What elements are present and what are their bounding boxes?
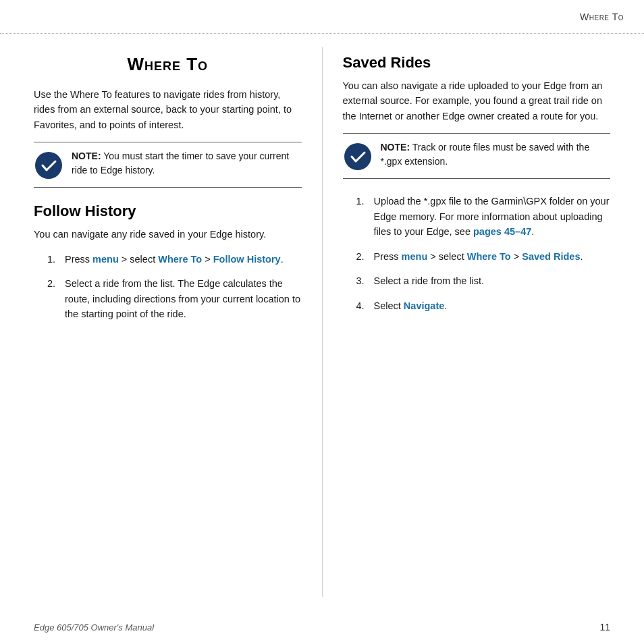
list-item: 4. Select Navigate. (356, 298, 611, 313)
note-content-2: Track or route files must be saved with … (381, 142, 590, 167)
pages-link: pages 45–47 (473, 226, 531, 237)
note-bold-2: NOTE: (381, 142, 410, 153)
step-content: Select Navigate. (374, 298, 611, 313)
follow-history-title: Follow History (34, 203, 302, 220)
note-icon-1 (34, 151, 63, 180)
list-item: 3. Select a ride from the list. (356, 273, 611, 288)
note-box-1: NOTE: You must start the timer to save y… (34, 142, 302, 188)
page-footer: Edge 605/705 Owner's Manual 11 (0, 610, 644, 644)
intro-paragraph: Use the Where To features to navigate ri… (34, 87, 302, 132)
main-title: Where To (34, 54, 302, 75)
follow-history-para: You can navigate any ride saved in your … (34, 227, 302, 242)
content-area: Where To Use the Where To features to na… (0, 34, 644, 610)
left-column: Where To Use the Where To features to na… (0, 34, 322, 610)
step-content: Press menu > select Where To > Saved Rid… (374, 249, 611, 264)
step-num: 1. (356, 194, 369, 239)
step-num: 3. (356, 273, 369, 288)
svg-point-0 (35, 152, 62, 179)
step-num: 4. (356, 298, 369, 313)
saved-rides-para: You can also navigate a ride uploaded to… (343, 78, 611, 124)
note-text-2: NOTE: Track or route files must be saved… (381, 140, 611, 169)
where-to-link-2: Where To (467, 251, 511, 262)
step-content: Select a ride from the list. The Edge ca… (65, 276, 302, 321)
menu-link-2: menu (402, 251, 428, 262)
note-icon-2 (343, 142, 373, 171)
step-num: 1. (47, 252, 59, 267)
where-to-link: Where To (158, 254, 202, 265)
footer-manual: Edge 605/705 Owner's Manual (34, 622, 154, 633)
right-column: Saved Rides You can also navigate a ride… (323, 34, 645, 610)
step-num: 2. (356, 249, 369, 264)
step-num: 2. (47, 276, 59, 321)
note-content-1: You must start the timer to save your cu… (72, 151, 289, 176)
list-item: 1. Press menu > select Where To > Follow… (47, 252, 302, 267)
navigate-link: Navigate (404, 300, 444, 311)
svg-point-1 (344, 143, 371, 170)
page-header: Where To (0, 0, 644, 34)
note-text-1: NOTE: You must start the timer to save y… (72, 149, 302, 178)
footer-page: 11 (599, 622, 610, 633)
follow-history-steps: 1. Press menu > select Where To > Follow… (41, 252, 302, 322)
list-item: 2. Press menu > select Where To > Saved … (356, 249, 611, 264)
step-content: Upload the *.gpx file to the Garmin\GPX … (374, 194, 611, 239)
note-box-2: NOTE: Track or route files must be saved… (343, 133, 611, 179)
step-content: Press menu > select Where To > Follow Hi… (65, 252, 302, 267)
list-item: 1. Upload the *.gpx file to the Garmin\G… (356, 194, 611, 239)
list-item: 2. Select a ride from the list. The Edge… (47, 276, 302, 321)
saved-rides-steps: 1. Upload the *.gpx file to the Garmin\G… (350, 194, 611, 313)
saved-rides-link: Saved Rides (522, 251, 580, 262)
menu-link: menu (92, 254, 119, 265)
note-bold-1: NOTE: (72, 151, 101, 161)
header-title: Where To (580, 11, 624, 22)
step-content: Select a ride from the list. (374, 273, 611, 288)
saved-rides-title: Saved Rides (343, 54, 611, 72)
follow-history-link: Follow History (213, 254, 281, 265)
